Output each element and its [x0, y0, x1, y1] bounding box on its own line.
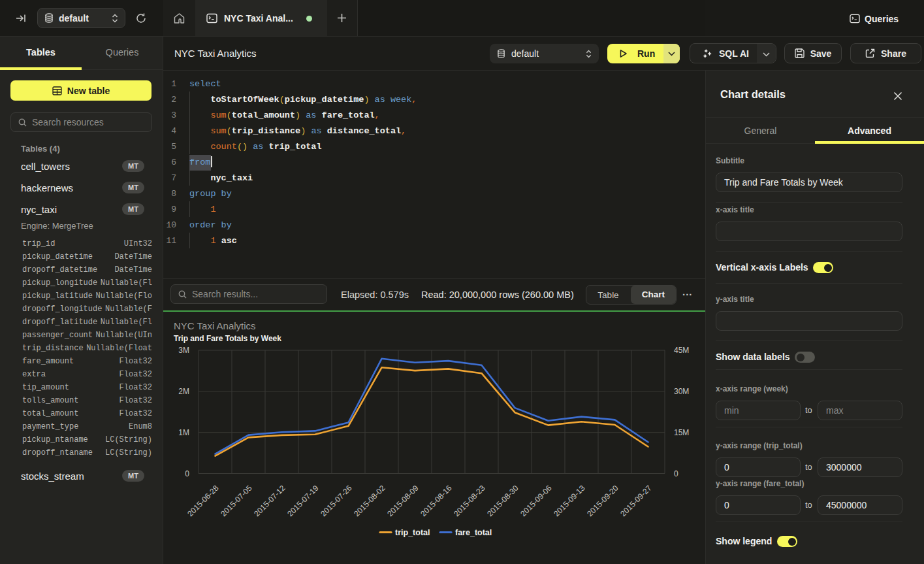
svg-text:0: 0: [185, 469, 189, 478]
svg-text:2015-08-23: 2015-08-23: [452, 483, 487, 518]
svg-text:0: 0: [674, 469, 678, 478]
svg-text:2015-06-28: 2015-06-28: [185, 483, 221, 518]
svg-text:2015-08-02: 2015-08-02: [352, 483, 387, 518]
svg-text:2015-08-16: 2015-08-16: [419, 483, 454, 518]
svg-text:3M: 3M: [178, 346, 189, 355]
svg-text:2015-07-19: 2015-07-19: [285, 483, 321, 518]
svg-text:2015-07-12: 2015-07-12: [252, 483, 287, 518]
svg-text:2015-09-20: 2015-09-20: [585, 483, 620, 518]
svg-text:2015-08-09: 2015-08-09: [385, 483, 421, 518]
svg-text:2015-09-27: 2015-09-27: [618, 483, 654, 518]
svg-text:15M: 15M: [674, 428, 689, 437]
svg-text:45M: 45M: [674, 346, 689, 355]
svg-text:2015-09-13: 2015-09-13: [552, 483, 587, 518]
svg-text:30M: 30M: [674, 387, 689, 396]
svg-text:fare_total: fare_total: [455, 528, 492, 537]
svg-text:2015-07-26: 2015-07-26: [319, 483, 354, 518]
svg-text:trip_total: trip_total: [395, 528, 430, 537]
svg-text:2015-09-06: 2015-09-06: [518, 483, 554, 518]
svg-text:2M: 2M: [178, 387, 189, 396]
svg-text:2015-07-05: 2015-07-05: [219, 483, 254, 518]
svg-text:1M: 1M: [178, 428, 189, 437]
svg-text:2015-08-30: 2015-08-30: [485, 483, 520, 518]
